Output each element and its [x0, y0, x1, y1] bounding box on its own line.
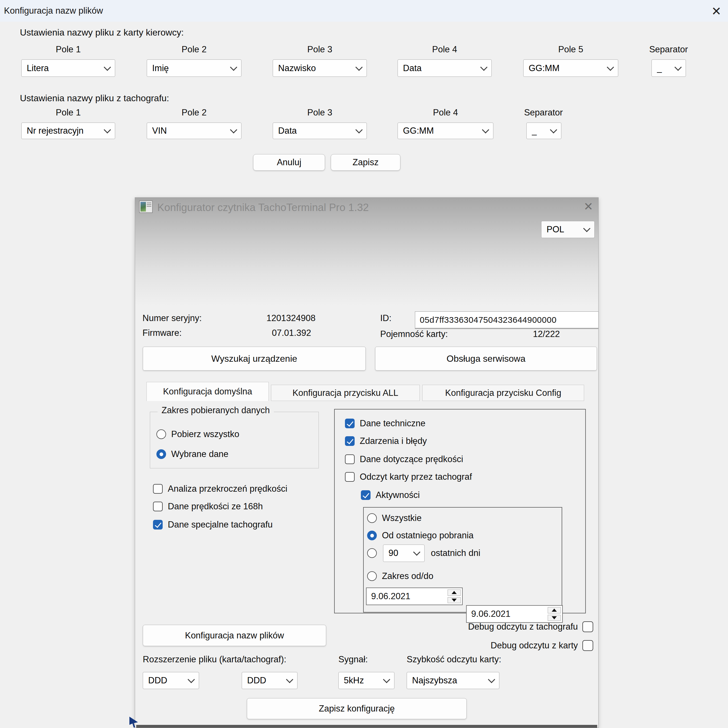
- checkbox-events-errors[interactable]: Zdarzenia i błędy: [345, 434, 427, 448]
- extension-tacho-value: DDD: [247, 675, 286, 686]
- radio-icon: [156, 449, 166, 459]
- checkbox-debug-card[interactable]: Debug odczytu z karty: [491, 639, 593, 652]
- days-select[interactable]: 90: [383, 544, 425, 562]
- driver-pole3-label: Pole 3: [273, 44, 367, 55]
- tacho-pole1-select[interactable]: Nr rejestracyjn: [21, 122, 115, 139]
- signal-select[interactable]: 5kHz: [338, 672, 395, 689]
- checkbox-technical-data[interactable]: Dane techniczne: [345, 417, 425, 430]
- search-device-button[interactable]: Wyszukaj urządzenie: [143, 347, 366, 370]
- checkbox-icon: [153, 484, 163, 494]
- checkbox-label: Zdarzenia i błędy: [360, 436, 427, 446]
- tacho-section-heading: Ustawienia nazwy pliku z tachografu:: [20, 93, 169, 104]
- activity-range-groupbox: Wszystkie Od ostatniego pobrania 90 osta…: [363, 507, 562, 613]
- chevron-down-icon: [355, 63, 362, 70]
- radio-last-days[interactable]: 90 ostatnich dni: [367, 544, 480, 562]
- tab-config-button-config[interactable]: Konfiguracja przycisku Config: [422, 385, 584, 401]
- tacho-pole4-label: Pole 4: [398, 107, 493, 118]
- tacho-pole2-value: VIN: [152, 126, 230, 136]
- language-select[interactable]: POL: [541, 221, 595, 238]
- cancel-button[interactable]: Anuluj: [253, 154, 325, 171]
- checkbox-speed-168h[interactable]: Dane prędkości ze 168h: [153, 500, 263, 513]
- radio-all-activities[interactable]: Wszystkie: [367, 512, 422, 524]
- checkbox-label: Analiza przekroczeń prędkości: [168, 484, 287, 494]
- scope-group-title: Zakres pobieranych danych: [158, 405, 274, 416]
- radio-label: Wszystkie: [382, 513, 422, 523]
- radio-label: ostatnich dni: [431, 548, 480, 558]
- tacho-pole3-select[interactable]: Data: [273, 122, 367, 139]
- checkbox-speed-analysis[interactable]: Analiza przekroczeń prędkości: [153, 482, 287, 496]
- tab-default-config[interactable]: Konfiguracja domyślna: [147, 382, 269, 401]
- days-value: 90: [388, 548, 413, 558]
- configurator-titlebar[interactable]: Konfigurator czytnika TachoTerminal Pro …: [135, 198, 598, 217]
- app-icon-lines: [147, 202, 151, 211]
- radio-download-all[interactable]: Pobierz wszystko: [156, 428, 239, 440]
- checkbox-icon: [345, 419, 355, 428]
- driver-separator-value: _: [657, 63, 675, 73]
- file-dialog-title: Konfiguracja nazw plików: [4, 0, 103, 21]
- radio-date-range[interactable]: Zakres od/do: [367, 570, 433, 582]
- save-button[interactable]: Zapisz: [331, 154, 401, 171]
- chevron-down-icon: [230, 63, 237, 70]
- filenames-config-button[interactable]: Konfiguracja nazw plików: [143, 625, 326, 646]
- driver-pole4-select[interactable]: Data: [398, 60, 492, 77]
- checkbox-icon: [345, 472, 355, 482]
- capacity-label: Pojemność karty:: [380, 329, 448, 339]
- file-dialog-titlebar[interactable]: Konfiguracja nazw plików: [0, 0, 728, 21]
- checkbox-debug-tacho[interactable]: Debug odczytu z tachografu: [468, 620, 593, 633]
- radio-selected-data[interactable]: Wybrane dane: [156, 448, 228, 460]
- driver-pole5-select[interactable]: GG:MM: [523, 60, 618, 77]
- service-button[interactable]: Obsługa serwisowa: [375, 347, 597, 370]
- spin-up-button[interactable]: [548, 607, 561, 613]
- firmware-value: 07.01.392: [272, 328, 311, 338]
- extension-tacho-select[interactable]: DDD: [242, 672, 297, 689]
- date-to-value: 9.06.2021: [471, 609, 511, 619]
- checkbox-icon: [583, 640, 593, 651]
- radio-since-last-download[interactable]: Od ostatniego pobrania: [367, 529, 474, 541]
- signal-value: 5kHz: [344, 675, 383, 686]
- checkbox-speed-data[interactable]: Dane dotyczące prędkości: [345, 453, 463, 466]
- chevron-down-icon: [286, 676, 293, 683]
- driver-pole1-select[interactable]: Litera: [21, 60, 115, 77]
- driver-pole3-select[interactable]: Nazwisko: [273, 60, 367, 77]
- date-from-field[interactable]: 9.06.2021: [366, 587, 463, 605]
- capacity-value: 12/222: [533, 329, 560, 339]
- scope-groupbox: Zakres pobieranych danych Pobierz wszyst…: [150, 412, 319, 468]
- spin-up-button[interactable]: [448, 589, 461, 596]
- spin-down-button[interactable]: [448, 597, 461, 603]
- configurator-close-button[interactable]: ✕: [582, 200, 595, 213]
- chevron-down-icon: [607, 63, 614, 70]
- checkbox-card-read-by-tacho[interactable]: Odczyt karty przez tachograf: [345, 470, 472, 484]
- triangle-down-icon: [451, 599, 457, 602]
- driver-pole2-select[interactable]: Imię: [147, 60, 242, 77]
- tacho-pole4-select[interactable]: GG:MM: [398, 122, 493, 139]
- date-spinner: [448, 589, 461, 603]
- screen: Konfiguracja nazw plików ✕ Ustawienia na…: [0, 0, 728, 728]
- chevron-down-icon: [674, 63, 682, 70]
- card-speed-select[interactable]: Najszybsza: [407, 672, 499, 689]
- file-dialog-close-button[interactable]: ✕: [710, 5, 723, 18]
- driver-section-heading: Ustawienia nazwy pliku z karty kierowcy:: [20, 27, 184, 38]
- radio-icon: [367, 548, 377, 558]
- extension-card-select[interactable]: DDD: [143, 672, 199, 689]
- driver-separator-select[interactable]: _: [652, 60, 686, 77]
- save-config-button[interactable]: Zapisz konfigurację: [247, 698, 466, 719]
- app-icon: [139, 200, 153, 213]
- date-from-value: 9.06.2021: [371, 591, 410, 601]
- tacho-separator-select[interactable]: _: [526, 122, 561, 139]
- chevron-down-icon: [355, 126, 362, 133]
- tacho-separator-label: Separator: [505, 107, 582, 118]
- checkbox-label: Dane prędkości ze 168h: [168, 502, 263, 512]
- driver-pole3-value: Nazwisko: [278, 63, 356, 73]
- triangle-up-icon: [552, 609, 557, 612]
- radio-icon: [367, 571, 377, 581]
- tab-all-button-config[interactable]: Konfiguracja przycisku ALL: [271, 385, 420, 401]
- driver-pole1-label: Pole 1: [21, 44, 115, 55]
- radio-label: Od ostatniego pobrania: [382, 530, 474, 541]
- spin-down-button[interactable]: [548, 615, 561, 621]
- tacho-pole2-select[interactable]: VIN: [147, 122, 242, 139]
- id-field[interactable]: 05d7ff33363047504323644900000: [415, 311, 599, 329]
- chevron-down-icon: [383, 676, 390, 683]
- chevron-down-icon: [583, 225, 590, 232]
- checkbox-activities[interactable]: Aktywności: [361, 488, 420, 502]
- checkbox-special-tacho-data[interactable]: Dane specjalne tachografu: [153, 518, 273, 532]
